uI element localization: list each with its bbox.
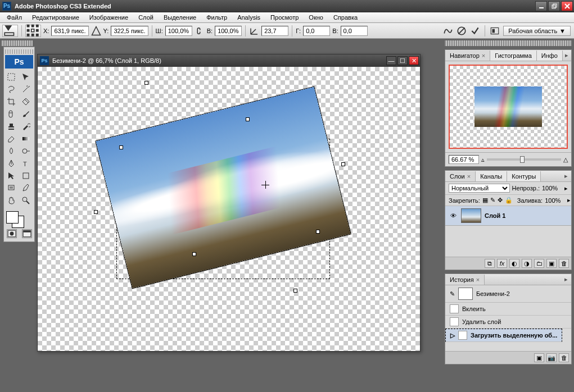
- adjustment-layer-button[interactable]: ◑: [522, 259, 532, 268]
- menu-help[interactable]: Справка: [329, 13, 362, 22]
- menu-filter[interactable]: Фильтр: [202, 13, 232, 22]
- shape-tool[interactable]: [19, 170, 33, 182]
- tab-info[interactable]: Инфо: [537, 51, 563, 61]
- menu-view[interactable]: Просмотр: [266, 13, 303, 22]
- navigator-zoom-value[interactable]: 66.67 %: [449, 155, 479, 164]
- doc-close-button[interactable]: ✕: [409, 56, 419, 65]
- lasso-tool[interactable]: [4, 83, 19, 95]
- hskew-value[interactable]: 0,0: [303, 26, 330, 36]
- layer-style-button[interactable]: fx: [497, 259, 507, 268]
- zoom-out-icon[interactable]: ▵: [481, 156, 485, 163]
- menu-file[interactable]: Файл: [2, 13, 26, 22]
- history-brush-source-icon[interactable]: ✎: [450, 290, 455, 298]
- pen-tool[interactable]: [4, 157, 19, 170]
- tab-layers[interactable]: Слои×: [445, 171, 476, 181]
- menu-analysis[interactable]: Analysis: [233, 13, 265, 22]
- canvas[interactable]: [38, 67, 420, 351]
- type-tool[interactable]: T: [19, 157, 33, 170]
- transform-handle-bl[interactable]: [94, 210, 98, 214]
- crop-tool[interactable]: [4, 95, 19, 108]
- tab-histogram[interactable]: Гистограмма: [490, 51, 537, 61]
- angle-value[interactable]: 23,7: [261, 26, 288, 36]
- brush-tool[interactable]: [19, 108, 33, 120]
- restore-button[interactable]: [548, 1, 560, 11]
- zoom-in-icon[interactable]: △: [563, 156, 568, 163]
- notes-tool[interactable]: [4, 182, 19, 194]
- transform-handle-br[interactable]: [293, 289, 297, 293]
- transform-handle-tr[interactable]: [341, 162, 345, 166]
- document-titlebar[interactable]: Ps Безимени-2 @ 66,7% (Слой 1, RGB/8) — …: [38, 54, 420, 67]
- zoom-tool[interactable]: [19, 194, 33, 207]
- group-button[interactable]: 🗀: [534, 259, 544, 268]
- layer-thumbnail[interactable]: [461, 208, 481, 223]
- lock-position-icon[interactable]: ✥: [498, 197, 503, 204]
- history-snapshot-thumb[interactable]: [458, 288, 473, 300]
- menu-layer[interactable]: Слой: [134, 13, 158, 22]
- fill-flyout[interactable]: ▸: [567, 197, 571, 204]
- new-document-from-state-button[interactable]: ▣: [534, 353, 544, 362]
- h-value[interactable]: 100,0%: [215, 26, 242, 36]
- link-icon[interactable]: [195, 26, 205, 36]
- delete-state-button[interactable]: 🗑: [559, 353, 569, 362]
- menu-edit[interactable]: Редактирование: [28, 13, 84, 22]
- eyedropper-tool[interactable]: [19, 182, 33, 194]
- cancel-transform-button[interactable]: [457, 26, 467, 36]
- panel-menu-button[interactable]: ▸: [563, 52, 571, 59]
- quickmask-button[interactable]: [7, 229, 17, 238]
- minimize-button[interactable]: [535, 1, 547, 11]
- color-swatches[interactable]: [6, 211, 32, 226]
- delete-layer-button[interactable]: 🗑: [559, 259, 569, 268]
- visibility-toggle[interactable]: 👁: [449, 212, 458, 219]
- link-layers-button[interactable]: ⧉: [485, 259, 495, 268]
- panel-menu-button[interactable]: ▸: [561, 172, 571, 180]
- stamp-tool[interactable]: [4, 120, 19, 133]
- x-value[interactable]: 631,9 пикс.: [51, 26, 88, 36]
- tab-paths[interactable]: Контуры: [507, 171, 541, 181]
- opacity-flyout[interactable]: ▸: [564, 185, 568, 192]
- menu-select[interactable]: Выделение: [159, 13, 201, 22]
- transform-handle-bm[interactable]: [192, 252, 196, 256]
- doc-maximize-button[interactable]: ☐: [397, 56, 408, 65]
- transform-handle-mr[interactable]: [316, 230, 320, 234]
- lock-transparency-icon[interactable]: ▦: [482, 197, 488, 204]
- doc-minimize-button[interactable]: —: [386, 56, 396, 65]
- transform-handle-tm[interactable]: [246, 117, 250, 121]
- tool-preset-picker[interactable]: [2, 25, 18, 37]
- wand-tool[interactable]: [19, 83, 33, 95]
- vskew-value[interactable]: 0,0: [341, 26, 368, 36]
- tab-channels[interactable]: Каналы: [476, 171, 507, 181]
- screenmode-button[interactable]: [22, 229, 32, 238]
- tab-navigator[interactable]: Навигатор×: [445, 51, 490, 61]
- menu-window[interactable]: Окно: [304, 13, 328, 22]
- bridge-icon[interactable]: [490, 26, 500, 36]
- lock-pixels-icon[interactable]: ✎: [490, 197, 495, 204]
- path-select-tool[interactable]: [4, 170, 19, 182]
- toolbox-grip[interactable]: [1, 40, 33, 46]
- toolbox-handle[interactable]: [5, 49, 33, 54]
- fill-value[interactable]: 100%: [545, 197, 565, 204]
- history-item[interactable]: Удалить слой: [445, 316, 571, 329]
- navigator-preview[interactable]: [449, 65, 568, 149]
- dodge-tool[interactable]: [19, 145, 33, 157]
- hand-tool[interactable]: [4, 194, 19, 207]
- new-layer-button[interactable]: ▣: [546, 259, 557, 268]
- layer-mask-button[interactable]: ◐: [509, 259, 519, 268]
- layer-name[interactable]: Слой 1: [485, 212, 568, 219]
- panel-dock-grip[interactable]: [445, 40, 572, 46]
- history-item[interactable]: Вклеить: [445, 303, 571, 316]
- healing-tool[interactable]: [4, 108, 19, 120]
- move-tool[interactable]: [19, 71, 33, 83]
- marquee-tool[interactable]: [4, 71, 19, 83]
- slice-tool[interactable]: [19, 95, 33, 108]
- blur-tool[interactable]: [4, 145, 19, 157]
- layer-row[interactable]: 👁 Слой 1: [445, 206, 571, 226]
- close-button[interactable]: [561, 1, 573, 11]
- opacity-value[interactable]: 100%: [542, 185, 562, 192]
- blend-mode-select[interactable]: Нормальный: [449, 184, 510, 193]
- lock-all-icon[interactable]: 🔒: [505, 197, 513, 204]
- workspace-picker[interactable]: Рабочая область▼: [503, 26, 571, 36]
- warp-mode-button[interactable]: [443, 26, 453, 36]
- tab-history[interactable]: История×: [445, 275, 485, 285]
- new-snapshot-button[interactable]: 📷: [546, 353, 557, 362]
- w-value[interactable]: 100,0%: [165, 26, 192, 36]
